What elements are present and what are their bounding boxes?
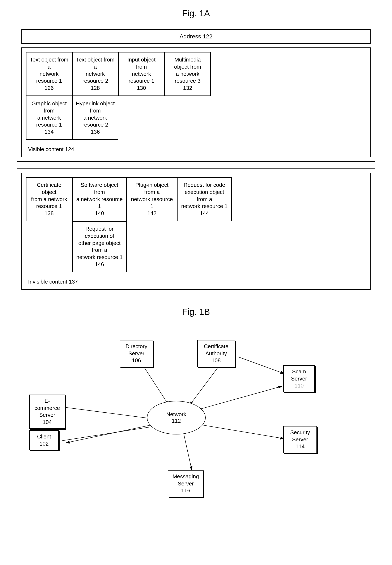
fig1b: Fig. 1B	[17, 307, 375, 512]
certificate-obj-1: Certificate objectfrom a networkresource…	[26, 177, 72, 221]
svg-line-4	[66, 424, 156, 443]
certificate-authority-node: CertificateAuthority108	[197, 340, 235, 367]
invisible-objects-row: Certificate objectfrom a networkresource…	[26, 177, 366, 272]
svg-line-2	[141, 363, 169, 405]
multimedia-obj-1: Multimedia object froma network resource…	[165, 52, 211, 96]
ecommerce-server-node: E-commerceServer104	[29, 395, 65, 429]
software-obj-1: Software object froma network resource 1…	[72, 177, 127, 221]
request-code-exec-obj: Request for codeexecution object from an…	[177, 177, 232, 221]
svg-line-5	[192, 386, 282, 411]
fig1a: Fig. 1A Address 122 Text object from ane…	[17, 8, 375, 294]
network-label: Network112	[166, 411, 186, 424]
fig1b-title: Fig. 1B	[17, 307, 375, 317]
scam-server-node: ScamServer110	[283, 365, 315, 392]
objects-row-1: Text object from anetwork resource 1126 …	[26, 52, 366, 96]
input-obj-1: Input object fromnetwork resource 1130	[118, 52, 165, 96]
svg-line-9	[62, 426, 156, 441]
client-node: Client102	[29, 430, 59, 451]
svg-line-8	[238, 357, 284, 374]
svg-line-7	[183, 432, 192, 470]
invisible-content-outer-box: Certificate objectfrom a networkresource…	[17, 168, 375, 294]
messaging-server-node: MessagingServer116	[168, 470, 204, 497]
visible-content-area: Text object from anetwork resource 1126 …	[21, 47, 371, 157]
visible-content-label: Visible content 124	[26, 146, 366, 153]
plugin-obj-1: Plug-in object from anetwork resource 11…	[127, 177, 177, 221]
svg-line-3	[190, 363, 221, 405]
invisible-content-area: Certificate objectfrom a networkresource…	[21, 173, 371, 290]
request-exec-other-page-obj: Request for execution ofother page objec…	[72, 221, 127, 272]
middle-col: Software object froma network resource 1…	[72, 177, 127, 272]
directory-server-node: DirectoryServer106	[120, 340, 153, 367]
objects-row-2: Graphic object froma network resource 11…	[26, 96, 366, 140]
network-diagram: E-commerceServer104 DirectoryServer106 C…	[17, 323, 375, 512]
graphic-obj-1: Graphic object froma network resource 11…	[26, 96, 72, 140]
visible-content-outer-box: Address 122 Text object from anetwork re…	[17, 25, 375, 162]
address-bar: Address 122	[21, 29, 371, 44]
text-obj-2: Text object from anetwork resource 2128	[72, 52, 118, 96]
hyperlink-obj-1: Hyperlink object froma network resource …	[72, 96, 118, 140]
svg-line-6	[196, 424, 284, 439]
fig1a-title: Fig. 1A	[17, 8, 375, 18]
security-server-node: SecurityServer114	[283, 426, 317, 453]
invisible-content-label: Invisible content 137	[26, 279, 366, 285]
network-ellipse: Network112	[147, 401, 206, 435]
text-obj-1: Text object from anetwork resource 1126	[26, 52, 72, 96]
svg-line-1	[64, 407, 160, 420]
